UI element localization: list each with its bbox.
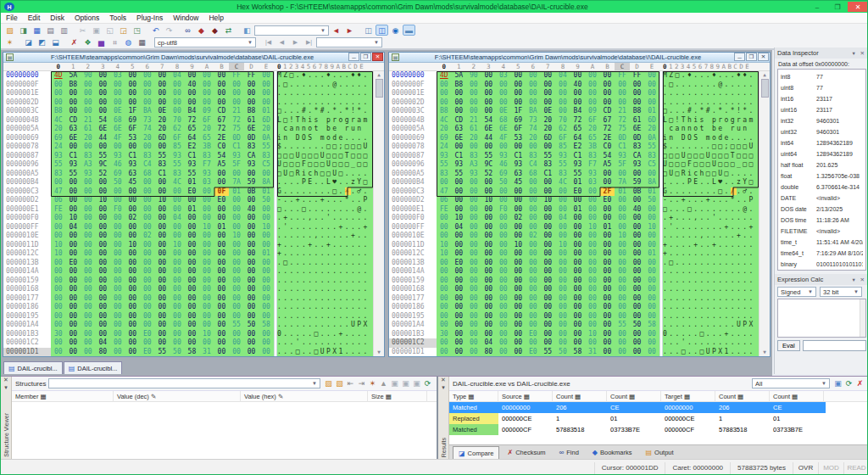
hex-byte[interactable]: 00 (244, 241, 259, 250)
hex-byte[interactable]: 00 (481, 142, 497, 152)
hex-byte[interactable]: 20 (199, 125, 214, 134)
hex-byte[interactable]: 55 (555, 160, 570, 170)
hex-byte[interactable]: 00 (541, 330, 556, 339)
hex-byte[interactable]: 00 (630, 285, 645, 294)
hex-byte[interactable]: 00 (496, 214, 511, 223)
hex-byte[interactable]: B4 (185, 107, 200, 116)
tab-compare[interactable]: ◪Compare (453, 446, 499, 459)
hex-byte[interactable]: 00 (600, 303, 615, 312)
hex-byte[interactable]: 8A (644, 178, 659, 187)
hex-byte[interactable]: 3B (585, 142, 600, 152)
hex-byte[interactable]: 7A (229, 178, 244, 187)
hex-byte[interactable]: 00 (259, 205, 274, 215)
hex-byte[interactable]: BA (140, 107, 155, 116)
hex-byte[interactable]: C1 (66, 152, 81, 161)
hex-byte[interactable]: 00 (511, 303, 526, 312)
eval-button[interactable]: Eval (777, 340, 800, 351)
hex-byte[interactable]: 00 (600, 178, 615, 187)
hex-byte[interactable]: 85 (555, 142, 570, 152)
hex-byte[interactable]: 80 (96, 348, 111, 357)
hex-byte[interactable]: 00 (541, 338, 556, 348)
hex-byte[interactable]: 00 (555, 249, 570, 259)
hex-byte[interactable]: 65 (585, 134, 600, 143)
hex-byte[interactable]: 0E (496, 107, 511, 116)
hex-byte[interactable]: 00 (155, 71, 170, 81)
hex-byte[interactable]: 6F (170, 134, 185, 143)
hex-byte[interactable]: 00 (140, 205, 155, 215)
hex-byte[interactable]: 00 (259, 285, 274, 294)
hex-byte[interactable]: 00 (96, 107, 111, 116)
hex-byte[interactable]: 00 (81, 89, 96, 98)
hex-byte[interactable]: 00 (511, 142, 526, 152)
hex-byte[interactable]: C1 (125, 152, 141, 161)
hex-byte[interactable]: 00 (199, 187, 214, 197)
hex-byte[interactable]: 83 (244, 142, 259, 152)
hex-byte[interactable]: 20 (644, 125, 659, 134)
hex-byte[interactable]: 00 (511, 267, 526, 277)
hex-byte[interactable]: 45 (511, 178, 526, 187)
hex-byte[interactable]: 00 (81, 98, 96, 108)
hex-byte[interactable]: 00 (66, 249, 81, 259)
hex-byte[interactable]: 00 (526, 303, 541, 312)
hex-byte[interactable]: 00 (125, 259, 141, 268)
hex-byte[interactable]: 00 (600, 348, 615, 357)
hex-byte[interactable]: 00 (644, 330, 659, 339)
hex-byte[interactable]: 00 (244, 285, 259, 294)
hex-byte[interactable]: 00 (644, 294, 659, 304)
hex-byte[interactable]: 83 (81, 152, 96, 161)
hex-byte[interactable]: 10 (615, 232, 630, 241)
hex-byte[interactable]: 00 (600, 321, 615, 330)
hex-byte[interactable]: 00 (140, 259, 155, 268)
hex-byte[interactable]: 7A (615, 178, 630, 187)
hex-byte[interactable]: 00 (155, 294, 170, 304)
nav-prev-icon[interactable]: ◀ (275, 37, 288, 48)
hex-byte[interactable]: 61 (466, 125, 481, 134)
hex-byte[interactable]: 55 (66, 170, 81, 179)
hex-byte[interactable]: 04 (555, 71, 570, 81)
hex-byte[interactable]: 00 (466, 196, 481, 205)
hex-byte[interactable]: 00 (229, 330, 244, 339)
hex-byte[interactable]: E0 (66, 259, 81, 268)
hex-byte[interactable]: 00 (615, 303, 630, 312)
hex-byte[interactable]: 00 (244, 223, 259, 232)
hex-byte[interactable]: 53 (125, 134, 141, 143)
hex-byte[interactable]: 6D (259, 116, 274, 126)
hex-byte[interactable]: 00 (481, 107, 497, 116)
hex-byte[interactable]: 83 (526, 152, 541, 161)
hex-byte[interactable]: 00 (466, 98, 481, 108)
hex-byte[interactable]: 93 (229, 152, 244, 161)
hex-byte[interactable]: 72 (185, 116, 200, 126)
hex-byte[interactable]: 50 (496, 178, 511, 187)
hex-byte[interactable]: 00 (570, 241, 586, 250)
hex-byte[interactable]: 00 (541, 178, 556, 187)
hex-byte[interactable]: 93 (496, 152, 511, 161)
hex-byte[interactable]: 6E (110, 125, 125, 134)
hex-byte[interactable]: 72 (570, 116, 586, 126)
hex-byte[interactable]: 00 (199, 98, 214, 108)
hex-byte[interactable]: 30 (51, 330, 66, 339)
results-filter-select[interactable]: All▼ (752, 378, 830, 388)
hex-byte[interactable]: 63 (66, 125, 81, 134)
hex-byte[interactable]: 01 (229, 187, 244, 197)
copy-results-icon[interactable]: ▣ (832, 379, 843, 388)
hex-byte[interactable]: 00 (481, 294, 497, 304)
structures-column-4[interactable]: Size ▦ (368, 391, 427, 402)
tab-checksum[interactable]: ✗Checksum (501, 446, 551, 459)
hex-byte[interactable]: 64 (185, 134, 200, 143)
hex-byte[interactable]: 00 (511, 277, 526, 286)
hex-byte[interactable]: 40 (570, 81, 586, 90)
hex-byte[interactable]: 00 (585, 312, 600, 321)
hex-byte[interactable]: 00 (125, 277, 141, 286)
hex-byte[interactable]: 00 (185, 259, 200, 268)
hex-byte[interactable]: 00 (481, 81, 497, 90)
hex-byte[interactable]: 01 (259, 249, 274, 259)
hex-byte[interactable]: FE (437, 205, 452, 215)
hex-byte[interactable]: 83 (466, 152, 481, 161)
hex-byte[interactable]: 68 (526, 170, 541, 179)
hex-byte[interactable]: 00 (229, 196, 244, 205)
nav-combo[interactable]: ▼ (316, 37, 382, 48)
hex-byte[interactable]: 00 (555, 277, 570, 286)
structures-icon[interactable]: ❖ (81, 37, 94, 48)
hex-byte[interactable]: B8 (630, 107, 645, 116)
hex-byte[interactable]: C0 (214, 142, 230, 152)
